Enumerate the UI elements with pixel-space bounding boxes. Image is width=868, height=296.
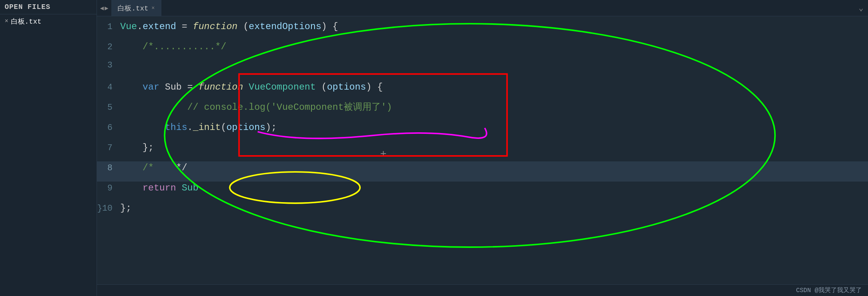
tab-filename: 白板.txt: [118, 3, 148, 13]
code-line-9: 9 return Sub: [97, 182, 868, 202]
code-line-5: 5 // console.log('VueComponent被调用了'): [97, 101, 868, 121]
line-num-10: }10: [97, 204, 120, 213]
line-num-3: 3: [97, 61, 120, 70]
line-content-1: Vue.extend = function (extendOptions) {: [120, 20, 338, 33]
line-content-5: // console.log('VueComponent被调用了'): [120, 101, 392, 114]
sidebar: OPEN FILES × 白板.txt: [0, 0, 97, 296]
line-content-9: return Sub: [120, 182, 199, 195]
tab-overflow[interactable]: ⌄: [854, 0, 868, 16]
line-content-2: /*...........*/: [120, 40, 232, 54]
line-num-9: 9: [97, 183, 120, 193]
line-content-4: var Sub = function VueComponent (options…: [120, 81, 383, 94]
sidebar-file-item[interactable]: × 白板.txt: [0, 14, 97, 28]
tab-item-whiteboard[interactable]: 白板.txt ×: [111, 0, 161, 16]
line-num-2: 2: [97, 42, 120, 52]
line-content-10: };: [120, 202, 131, 215]
code-line-3: 3: [97, 61, 868, 81]
line-num-4: 4: [97, 83, 120, 92]
line-content-6: this._init(options);: [120, 121, 277, 134]
file-close-icon[interactable]: ×: [5, 18, 9, 25]
editor-area: ◀ ▶ 白板.txt × ⌄ 1 Vue.extend = function (…: [97, 0, 868, 296]
sidebar-header: OPEN FILES: [0, 0, 97, 14]
code-line-7: 7 };: [97, 141, 868, 161]
code-line-4: 4 var Sub = function VueComponent (optio…: [97, 81, 868, 101]
code-editor[interactable]: 1 Vue.extend = function (extendOptions) …: [97, 16, 868, 284]
line-content-7: };: [120, 141, 154, 154]
line-num-6: 6: [97, 123, 120, 133]
code-line-2: 2 /*...........*/: [97, 40, 868, 61]
tab-nav-right[interactable]: ▶: [105, 4, 109, 12]
sidebar-filename: 白板.txt: [11, 17, 41, 26]
tab-bar: ◀ ▶ 白板.txt × ⌄: [97, 0, 868, 16]
tab-nav-left[interactable]: ◀: [100, 4, 104, 12]
code-line-10: }10 };: [97, 202, 868, 222]
line-num-5: 5: [97, 103, 120, 113]
bottom-bar: CSDN @我哭了我又哭了: [97, 284, 868, 296]
code-line-1: 1 Vue.extend = function (extendOptions) …: [97, 20, 868, 40]
line-num-8: 8: [97, 163, 120, 173]
tab-nav-arrows[interactable]: ◀ ▶: [97, 0, 111, 16]
bottom-bar-text: CSDN @我哭了我又哭了: [796, 286, 862, 294]
line-num-7: 7: [97, 143, 120, 153]
line-content-8: /* */: [120, 161, 187, 175]
code-line-6: 6 this._init(options);: [97, 121, 868, 141]
plus-button[interactable]: +: [380, 148, 387, 160]
line-num-1: 1: [97, 22, 120, 32]
tab-close-icon[interactable]: ×: [152, 5, 155, 11]
code-line-8: 8 /* */: [97, 161, 868, 182]
